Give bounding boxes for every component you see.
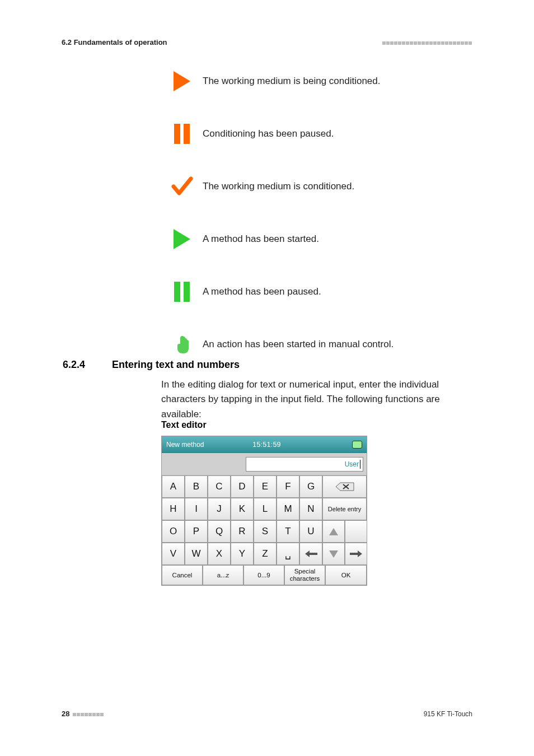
status-indicator-icon bbox=[352, 441, 362, 449]
key-x[interactable]: X bbox=[208, 543, 231, 565]
hand-icon bbox=[168, 330, 196, 358]
key-w[interactable]: W bbox=[185, 543, 208, 565]
key-p[interactable]: P bbox=[185, 520, 208, 543]
cursor-down-button[interactable] bbox=[322, 543, 345, 565]
play-icon bbox=[168, 225, 196, 253]
footer-decor bbox=[73, 710, 104, 718]
legend-row: A method has been started. bbox=[168, 225, 472, 253]
key-d[interactable]: D bbox=[231, 475, 254, 498]
key-u[interactable]: U bbox=[299, 520, 322, 543]
legend-row: The working medium is conditioned. bbox=[168, 172, 472, 200]
product-name: 915 KF Ti-Touch bbox=[424, 710, 472, 718]
legend-text: A method has been started. bbox=[203, 234, 319, 245]
page-number: 28 bbox=[62, 710, 104, 718]
cursor-left-button[interactable] bbox=[299, 543, 322, 565]
key-g[interactable]: G bbox=[299, 475, 322, 498]
legend-text: A method has been paused. bbox=[203, 286, 321, 297]
text-input[interactable]: User bbox=[246, 457, 363, 472]
key-q[interactable]: Q bbox=[208, 520, 231, 543]
key-y[interactable]: Y bbox=[231, 543, 254, 565]
pause-icon bbox=[168, 278, 196, 306]
key-o[interactable]: O bbox=[162, 520, 185, 543]
blank-key bbox=[345, 520, 367, 543]
lowercase-button[interactable]: a...z bbox=[203, 565, 243, 585]
key-space[interactable]: ␣ bbox=[277, 543, 299, 565]
check-icon bbox=[168, 172, 196, 200]
cursor-up-button[interactable] bbox=[322, 520, 345, 543]
header-decor bbox=[382, 37, 472, 47]
digits-button[interactable]: 0...9 bbox=[243, 565, 284, 585]
key-l[interactable]: L bbox=[254, 498, 277, 520]
legend-text: The working medium is being conditioned. bbox=[203, 76, 381, 87]
legend-text: The working medium is conditioned. bbox=[203, 181, 354, 192]
section-number: 6.2.4 bbox=[63, 359, 112, 371]
section-paragraph: In the editing dialog for text or numeri… bbox=[161, 377, 472, 422]
delete-entry-button[interactable]: Delete entry bbox=[322, 498, 367, 520]
text-editor-screenshot: New method 15:51:59 User A B C D E F G bbox=[161, 436, 367, 586]
backspace-icon bbox=[335, 482, 355, 492]
key-i[interactable]: I bbox=[185, 498, 208, 520]
key-z[interactable]: Z bbox=[254, 543, 277, 565]
key-f[interactable]: F bbox=[277, 475, 299, 498]
window-title: New method bbox=[166, 441, 204, 449]
clock: 15:51:59 bbox=[252, 441, 281, 449]
legend-row: An action has been started in manual con… bbox=[168, 330, 472, 358]
legend-text: An action has been started in manual con… bbox=[203, 339, 394, 350]
status-icon-legend: The working medium is being conditioned.… bbox=[168, 67, 472, 358]
key-j[interactable]: J bbox=[208, 498, 231, 520]
text-caret-icon bbox=[360, 460, 360, 469]
key-a[interactable]: A bbox=[162, 475, 185, 498]
input-row: User bbox=[162, 453, 367, 475]
legend-row: The working medium is being conditioned. bbox=[168, 67, 472, 95]
arrow-right-icon bbox=[350, 550, 362, 557]
input-value-label: User bbox=[345, 460, 359, 468]
special-chars-button[interactable]: Special characters bbox=[284, 565, 325, 585]
key-r[interactable]: R bbox=[231, 520, 254, 543]
key-m[interactable]: M bbox=[277, 498, 299, 520]
titlebar: New method 15:51:59 bbox=[162, 436, 367, 453]
key-e[interactable]: E bbox=[254, 475, 277, 498]
cursor-right-button[interactable] bbox=[345, 543, 367, 565]
chevron-up-icon bbox=[329, 528, 338, 535]
key-n[interactable]: N bbox=[299, 498, 322, 520]
pause-icon bbox=[168, 120, 196, 148]
subsection-heading: Text editor bbox=[161, 420, 207, 430]
ok-button[interactable]: OK bbox=[325, 565, 367, 585]
key-t[interactable]: T bbox=[277, 520, 299, 543]
key-v[interactable]: V bbox=[162, 543, 185, 565]
key-b[interactable]: B bbox=[185, 475, 208, 498]
arrow-left-icon bbox=[305, 550, 317, 557]
page-header-breadcrumb: 6.2 Fundamentals of operation bbox=[62, 38, 167, 46]
key-h[interactable]: H bbox=[162, 498, 185, 520]
legend-row: A method has been paused. bbox=[168, 278, 472, 306]
backspace-button[interactable] bbox=[322, 475, 367, 498]
section-title: Entering text and numbers bbox=[112, 359, 240, 371]
play-icon bbox=[168, 67, 196, 95]
key-s[interactable]: S bbox=[254, 520, 277, 543]
chevron-down-icon bbox=[329, 550, 338, 558]
legend-text: Conditioning has been paused. bbox=[203, 128, 334, 139]
legend-row: Conditioning has been paused. bbox=[168, 120, 472, 148]
cancel-button[interactable]: Cancel bbox=[162, 565, 203, 585]
key-c[interactable]: C bbox=[208, 475, 231, 498]
key-k[interactable]: K bbox=[231, 498, 254, 520]
